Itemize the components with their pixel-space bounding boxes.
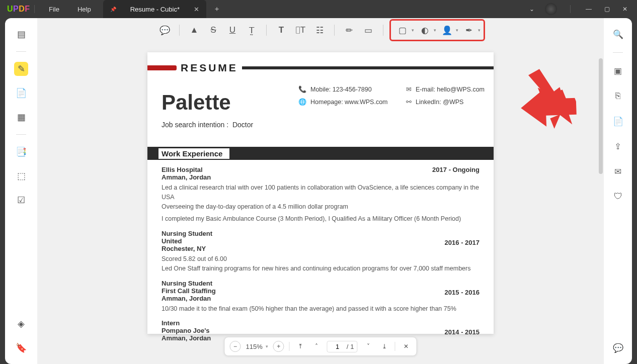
work-entry: Nursing Student United 2016 - 2017 Roche… — [162, 230, 480, 274]
separator — [34, 5, 35, 13]
textbox-icon[interactable]: ⌷T — [292, 22, 309, 39]
sticker-icon[interactable]: ◐ — [416, 22, 433, 39]
separator — [16, 51, 26, 52]
scrollbar[interactable] — [599, 58, 603, 174]
close-tab-icon[interactable]: ✕ — [194, 6, 199, 13]
header-line — [242, 66, 494, 69]
mobile-text: Mobile: 123-456-7890 — [310, 86, 372, 93]
zoom-out-button[interactable]: − — [229, 341, 241, 352]
separator — [266, 25, 267, 36]
tab-title: Resume - Cubic* — [121, 6, 189, 13]
eraser-icon[interactable]: ▭ — [360, 22, 377, 39]
crop-icon[interactable]: ⬚ — [14, 169, 28, 183]
entry-date: 2017 - Ongoing — [432, 166, 480, 173]
app-logo: UPDF — [0, 5, 29, 14]
annotation-arrow-icon — [520, 68, 581, 129]
new-tab-button[interactable]: ＋ — [213, 5, 220, 14]
entry-date: 2015 - 2016 — [445, 289, 480, 296]
homepage-text: Homepage: www.WPS.com — [310, 99, 388, 106]
accent-bar — [147, 65, 177, 70]
stamp-icon[interactable]: 👤 — [438, 22, 455, 39]
chat-icon[interactable]: 💬 — [611, 341, 625, 355]
resume-heading: RESUME — [177, 62, 242, 74]
first-page-button[interactable]: ⤒ — [295, 341, 306, 352]
page-sep: / — [347, 343, 349, 350]
page-total: 1 — [350, 343, 354, 350]
sticker-tool[interactable]: ◐▾ — [416, 22, 436, 39]
caret-icon: ▾ — [434, 28, 436, 33]
titlebar: UPDF File Help 📌 Resume - Cubic* ✕ ＋ ⌄ —… — [0, 0, 637, 18]
text-icon[interactable]: T — [273, 22, 290, 39]
pin-icon: 📌 — [110, 7, 116, 12]
underline-icon[interactable]: U — [224, 22, 241, 39]
page-tool-icon[interactable]: ▦ — [14, 110, 28, 124]
shape-tool[interactable]: ▢▾ — [394, 22, 414, 39]
note-icon[interactable]: 💬 — [156, 22, 173, 39]
entry-title: Nursing Student — [162, 280, 480, 287]
pdf-page[interactable]: RESUME Palette 📞Mobile: 123-456-7890 ✉E-… — [147, 52, 494, 334]
prev-page-button[interactable]: ˄ — [311, 341, 322, 352]
email-text: E-mail: hello@WPS.com — [416, 86, 485, 93]
email-icon[interactable]: ✉ — [611, 164, 625, 178]
maximize-button[interactable]: ▢ — [602, 6, 612, 13]
signature-tool[interactable]: ✒▾ — [460, 22, 481, 39]
stamp-tool[interactable]: 👤▾ — [438, 22, 458, 39]
separator — [16, 134, 26, 135]
entry-title: Nursing Student — [162, 230, 480, 237]
right-rail: 🔍 ▣ ⎘ 📄 ⇪ ✉ 🛡 💬 — [604, 18, 632, 364]
entry-sub: Amman, Jordan — [162, 173, 480, 181]
organize-icon[interactable]: 📑 — [14, 145, 28, 159]
pencil-icon[interactable]: ✏ — [341, 22, 358, 39]
layers-icon[interactable]: ◈ — [14, 317, 28, 331]
share-icon[interactable]: ⇪ — [611, 139, 625, 153]
strikethrough-icon[interactable]: S — [205, 22, 222, 39]
menu-file[interactable]: File — [40, 6, 68, 13]
highlight-icon[interactable]: ▲ — [186, 22, 203, 39]
squiggly-icon[interactable]: T̰ — [243, 22, 260, 39]
ocr-icon[interactable]: ▣ — [611, 64, 625, 78]
menu-help[interactable]: Help — [68, 6, 100, 13]
annotation-toolbar: 💬 ▲ S U T̰ T ⌷T ☷ ✏ ▭ ▢▾ ◐▾ 👤▾ ✒▾ — [37, 18, 604, 42]
page-input[interactable]: / 1 — [327, 341, 358, 352]
bookmark-icon[interactable]: 🔖 — [14, 341, 28, 355]
zoom-value: 115% — [246, 343, 262, 350]
entry-sub: United — [162, 237, 480, 245]
reader-mode-icon[interactable]: ▤ — [14, 27, 28, 41]
caret-icon: ▾ — [266, 344, 268, 349]
linkedin-icon: ⚯ — [406, 98, 412, 106]
separator — [179, 25, 180, 36]
edit-pdf-icon[interactable]: 📄 — [14, 86, 28, 100]
chevron-down-icon[interactable]: ⌄ — [527, 6, 537, 13]
zoom-dropdown[interactable]: 115%▾ — [246, 343, 268, 350]
section-bar: Work Experience — [147, 147, 494, 160]
left-rail: ▤ ✎ 📄 ▦ 📑 ⬚ ☑ ◈ 🔖 — [5, 18, 37, 364]
form-icon[interactable]: ☑ — [14, 193, 28, 207]
rectangle-icon[interactable]: ▢ — [394, 22, 411, 39]
page-number-input[interactable] — [331, 343, 345, 350]
search-icon[interactable]: 🔍 — [611, 27, 625, 41]
compress-icon[interactable]: ⎘ — [611, 89, 625, 103]
separator — [395, 342, 395, 351]
page-controls: − 115%▾ + ⤒ ˄ / 1 ˅ ⤓ ✕ — [224, 337, 417, 356]
next-page-button[interactable]: ˅ — [363, 341, 374, 352]
export-icon[interactable]: 📄 — [611, 114, 625, 128]
caret-icon: ▾ — [478, 28, 481, 33]
job-intention: Job search intention : Doctor — [162, 121, 494, 129]
svg-marker-2 — [522, 68, 579, 125]
document-tab[interactable]: 📌 Resume - Cubic* ✕ — [103, 0, 206, 18]
comment-tool-icon[interactable]: ✎ — [14, 62, 28, 76]
callout-icon[interactable]: ☷ — [311, 22, 328, 39]
entry-sub: First Call Staffing — [162, 287, 480, 295]
work-entry: Ellis Hospital 2017 - Ongoing Amman, Jor… — [162, 166, 480, 224]
protect-icon[interactable]: 🛡 — [611, 190, 625, 204]
separator — [570, 5, 571, 13]
minimize-button[interactable]: — — [584, 6, 594, 13]
signature-icon[interactable]: ✒ — [460, 22, 477, 39]
avatar[interactable] — [545, 3, 557, 15]
last-page-button[interactable]: ⤓ — [379, 341, 390, 352]
entry-title: Intern — [162, 319, 480, 327]
work-entry: Nursing Student First Call Staffing 2015… — [162, 280, 480, 314]
zoom-in-button[interactable]: + — [273, 341, 284, 352]
close-controls-button[interactable]: ✕ — [401, 341, 412, 352]
close-window-button[interactable]: ✕ — [620, 6, 630, 13]
